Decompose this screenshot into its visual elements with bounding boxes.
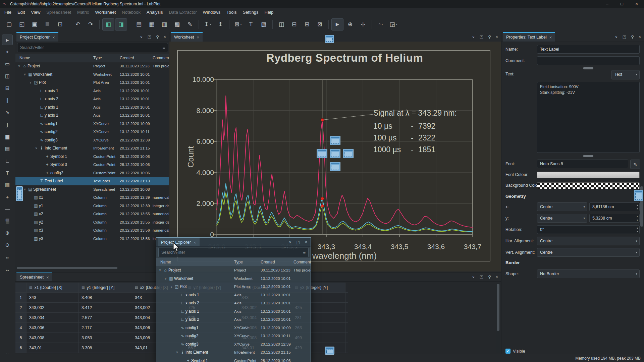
shift-x-button[interactable]: ↔ [2, 264, 13, 275]
table-cell[interactable]: 2.117 [79, 323, 132, 333]
add-reference-line-button[interactable]: — [2, 203, 13, 214]
zoom-select-tool-button[interactable]: ⊹ [357, 18, 369, 31]
tree-row-symbol-1[interactable]: +Symbol 1CustomPoint28.12.2020 10:06 [15, 153, 169, 161]
dock-pin-icon[interactable]: ⚲ [631, 35, 634, 39]
add-xy-curve-button[interactable]: ∿ [2, 107, 13, 118]
tree-row-spreadsheet[interactable]: ∨▤SpreadsheetSpreadsheet13.12.2020 10:08 [15, 185, 169, 194]
break-layout-button[interactable]: ⊠ [314, 18, 326, 31]
menu-edit[interactable]: Edit [14, 8, 28, 17]
dock-float-icon[interactable]: ◳ [480, 35, 483, 39]
tree-row-worksheet[interactable]: ∨▦WorksheetWorksheet13.12.2020 10:01 [15, 70, 169, 79]
zoom-x-selection-tool-button[interactable]: ◫ [2, 71, 13, 81]
dock-close-icon[interactable]: × [496, 35, 498, 39]
column-header-created[interactable]: Created [261, 260, 293, 264]
open-project-button[interactable]: ◱ [16, 18, 28, 31]
crosshair-tool-button[interactable]: ⊕ [344, 18, 356, 31]
tree-row-x-axis-2[interactable]: ∟x axis 2Axis13.12.2020 10:01 [156, 299, 311, 307]
expander-icon[interactable]: ∨ [163, 277, 168, 280]
tree-row-config3[interactable]: ∿config3XYCurve20.12.2020 12:39 [156, 340, 311, 349]
x-anchor-combo[interactable]: Centre▾ [537, 202, 587, 211]
tree-row-y-axis-2[interactable]: ∟y axis 2Axis13.12.2020 10:01 [15, 111, 169, 120]
tree-row-project[interactable]: ∨⌂ProjectProject30.11.2020 15:23This pro… [156, 266, 311, 275]
table-cell[interactable]: 343 [26, 293, 79, 303]
comment-field[interactable] [537, 56, 640, 65]
tree-row-config2[interactable]: ∿config2XYCurve13.12.2020 10:11 [156, 332, 311, 340]
zoom-selection-tool-button[interactable]: ▭ [2, 59, 13, 69]
horizontal-layout-button[interactable]: ⊟ [288, 18, 300, 31]
dock-menu-icon[interactable]: ∨ [289, 240, 292, 244]
close-button[interactable]: × [629, 0, 644, 8]
table-cell[interactable]: 3.308 [79, 343, 132, 353]
tree-row-config1[interactable]: ∿config1XYCurve13.12.2020 10:09 [156, 324, 311, 332]
tree-row-x-axis-1[interactable]: ∟x axis 1Axis13.12.2020 10:01 [156, 291, 311, 299]
tab-project-explorer[interactable]: Project Explorer × [16, 32, 58, 42]
selection-mode-button[interactable]: ▫▾ [375, 18, 387, 31]
row-number[interactable]: 6 [15, 343, 26, 353]
menu-analysis[interactable]: Analysis [144, 8, 166, 17]
column-header-y1[interactable]: ▤y1 {Integer} [Y] [79, 283, 132, 293]
tree-row-config3[interactable]: ∿config3XYCurve20.12.2020 12:39 [15, 136, 169, 144]
text-content-area[interactable]: Field ionisation: 900V Stark splitting: … [537, 82, 640, 153]
text-mode-combo[interactable]: Text▾ [611, 70, 640, 79]
toggle-properties-explorer-button[interactable]: ◨ [115, 18, 127, 31]
row-number[interactable]: 4 [15, 323, 26, 333]
tree-row-info-element[interactable]: ∨ℹInfo ElementInfoElement20.12.2020 21:1… [156, 348, 311, 357]
font-edit-button[interactable]: ✎ [630, 160, 640, 169]
expander-icon[interactable]: ∨ [34, 146, 39, 150]
tree-row-plot[interactable]: ∨◲PlotPlot Area13.12.2020 10:01 [156, 283, 311, 291]
vertical-layout-button[interactable]: ◫ [275, 18, 287, 31]
add-reference-range-button[interactable]: ▒ [2, 216, 13, 226]
dock-float-icon[interactable]: ◳ [297, 240, 300, 244]
expander-icon[interactable]: ∨ [28, 81, 33, 84]
border-shape-combo[interactable]: No Border▾ [537, 269, 640, 278]
horizontal-alignment-combo[interactable]: Centre▾ [537, 237, 640, 245]
grid-layout-button[interactable]: ⊞ [301, 18, 313, 31]
add-custom-point-button[interactable]: + [2, 191, 13, 202]
dock-close-icon[interactable]: × [496, 275, 498, 279]
maximize-button[interactable]: □ [614, 0, 629, 8]
close-icon[interactable]: × [549, 35, 552, 40]
column-header-comment[interactable]: Comment [153, 56, 169, 60]
row-number[interactable]: 2 [15, 303, 26, 313]
new-matrix-button[interactable]: ▩ [171, 18, 183, 31]
print-preview-button[interactable]: ⊡ [54, 18, 66, 31]
tree-row-worksheet[interactable]: ∨▦WorksheetWorksheet13.12.2020 10:01 [156, 275, 311, 283]
tree-row-x2[interactable]: ▥x2Column20.12.2020 13:55numerical [15, 210, 169, 218]
tree-row-symbol-3[interactable]: +Symbol 3CustomPoint28.12.2020 10:06 [15, 161, 169, 169]
new-spreadsheet-button[interactable]: ▥ [158, 18, 170, 31]
table-cell[interactable]: 343,004 [26, 313, 79, 323]
tree-row-y3[interactable]: ▥y3Column20.12.2020 13:56integer da [15, 235, 169, 243]
background-colour-swatch[interactable] [537, 182, 640, 189]
print-button[interactable]: ≣ [41, 18, 53, 31]
name-field[interactable]: Text Label [537, 45, 640, 54]
tab-spreadsheet[interactable]: Spreadsheet × [16, 273, 52, 281]
table-cell[interactable]: 343,002 [26, 303, 79, 313]
expander-icon[interactable]: ∨ [175, 351, 179, 354]
dock-close-icon[interactable]: × [639, 35, 641, 39]
tree-row-config2[interactable]: ∿config2XYCurve13.12.2020 10:11 [15, 128, 169, 136]
zoom-mode-button[interactable]: ◲▾ [387, 18, 399, 31]
menu-data-extractor[interactable]: Data Extractor [166, 8, 200, 17]
add-equation-curve-button[interactable]: ∫ [2, 119, 13, 130]
plot-crosshair-tool-button[interactable]: ⌖ [2, 47, 13, 57]
row-number[interactable]: 3 [15, 313, 26, 323]
tree-row-config2[interactable]: +config2CustomPoint28.12.2020 10:06 [15, 169, 169, 177]
dock-pin-icon[interactable]: ⚲ [488, 35, 491, 39]
rotation-spinbox[interactable]: 0°▴▾ [537, 225, 640, 234]
row-number[interactable]: 5 [15, 333, 26, 343]
menu-windows[interactable]: Windows [200, 8, 224, 17]
tree-row-x3[interactable]: ▥x3Column20.12.2020 13:56numerical [15, 226, 169, 235]
expander-icon[interactable]: ∨ [169, 285, 174, 288]
row-number-header[interactable] [15, 283, 26, 293]
new-project-button[interactable]: ▢ [3, 18, 15, 31]
column-header-type[interactable]: Type [93, 56, 120, 60]
new-image-button[interactable]: ▧ [258, 18, 270, 31]
menu-notebook[interactable]: Notebook [119, 8, 144, 17]
close-icon[interactable]: × [46, 275, 49, 280]
table-cell[interactable]: 343,01 [26, 343, 79, 353]
tree-row-x-axis-2[interactable]: ∟x axis 2Axis13.12.2020 10:01 [15, 95, 169, 103]
tree-row-info-element[interactable]: ∨ℹInfo ElementInfoElement20.12.2020 21:1… [15, 144, 169, 153]
menu-spreadsheet[interactable]: Spreadsheet [43, 8, 74, 17]
plot-title[interactable]: Rydberg Spectrum of Helium [217, 52, 473, 64]
filter-options-icon[interactable]: ≡ [162, 45, 168, 50]
